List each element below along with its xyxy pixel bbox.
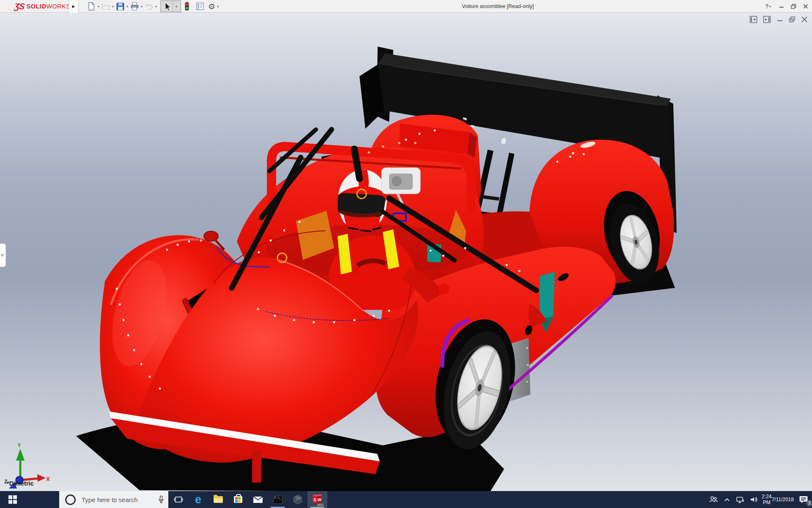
file-properties-icon [195,2,205,11]
pane-left-icon[interactable] [749,15,758,24]
triad-x-label: X [46,476,50,482]
new-document-icon [87,2,96,11]
doc-minimize-icon[interactable] [776,15,783,24]
rebuild-button[interactable] [183,1,191,12]
rebuild-traffic-light-icon [183,1,191,11]
help-button[interactable]: ? ▾ [765,3,773,10]
undo-button[interactable] [144,1,154,12]
notification-badge: 3 [806,500,812,506]
solidworks-button[interactable]: S W 2017 [307,491,327,508]
task-view-icon [174,496,183,503]
open-document-icon [101,2,110,11]
minimize-button[interactable] [779,3,785,9]
collapse-tab-dot [1,254,4,257]
taskbar-search[interactable] [59,491,168,508]
taskbar: e C:\_ S W 2017 [0,491,812,508]
window-title: Voiture assomblee [Read-only] [462,0,534,13]
select-tool-caret[interactable]: ▾ [173,1,181,12]
view-orientation-label: *Dimetric [7,480,34,487]
doc-close-icon[interactable] [801,15,808,24]
pinned-apps: e C:\_ S W 2017 [168,491,327,508]
new-caret[interactable]: ▾ [98,5,99,8]
chevron-up-icon [724,497,730,502]
open-caret[interactable]: ▾ [112,5,114,8]
clock-date: 7/11/2018 [771,497,794,502]
window-controls: ? ▾ [765,0,809,13]
graphics-area[interactable]: Y X Z *Dimetric [0,13,812,491]
microphone-icon[interactable] [158,495,164,504]
document-window-controls [749,15,808,24]
print-button[interactable] [130,1,139,12]
windows-logo-icon [8,495,17,504]
save-icon [115,2,125,11]
triad-y-label: Y [17,442,21,448]
new-document-button[interactable] [87,1,96,12]
help-caret: ▾ [769,5,771,8]
network-button[interactable] [733,491,747,508]
mail-button[interactable] [248,491,268,508]
edge-button[interactable]: e [188,491,208,508]
undo-caret[interactable]: ▾ [155,5,157,8]
close-icon [803,3,809,9]
select-tool-group: ▾ [160,0,181,12]
store-button[interactable] [228,491,248,508]
minimize-icon [779,3,785,9]
save-caret[interactable]: ▾ [126,5,128,8]
car-model-render[interactable] [0,13,812,491]
close-button[interactable] [803,3,809,9]
clock[interactable]: 2:24 PM 7/11/2018 [762,491,793,508]
save-button[interactable] [115,1,125,12]
select-tool-button[interactable] [161,1,173,12]
doc-restore-icon[interactable] [788,15,796,24]
undo-icon [144,2,154,11]
sw-year: 2017 [317,503,324,506]
open-document-button[interactable] [101,1,110,12]
edge-icon: e [195,494,201,505]
brand-works: WORKS [46,3,70,10]
command-prompt-icon: C:\_ [273,496,283,504]
print-icon [130,2,139,11]
people-icon [709,496,718,503]
command-prompt-button[interactable]: C:\_ [268,491,288,508]
sw-letter-w: W [317,496,322,503]
volume-button[interactable] [747,491,760,508]
tray-overflow-button[interactable] [721,491,733,508]
people-button[interactable] [706,491,721,508]
3d-viewer-icon [293,494,303,505]
speaker-icon [749,496,758,503]
system-tray: 2:24 PM 7/11/2018 3 [706,491,812,508]
pane-right-icon[interactable] [763,15,771,24]
select-cursor-icon [162,2,171,11]
restore-button[interactable] [790,3,797,9]
solidworks-icon: S W 2017 [312,494,323,505]
menu-flyout-button[interactable]: ▶ [69,0,79,13]
file-properties-button[interactable] [195,1,205,12]
mail-icon [253,496,263,503]
restore-icon [790,3,797,9]
search-input[interactable] [81,496,150,504]
cortana-icon [65,494,76,505]
desktop: ƷS SOLIDWORKS ▶ ▾ ▾ ▾ [0,0,812,508]
file-explorer-button[interactable] [208,491,228,508]
ds-logo-mark: ƷS [14,2,25,11]
microsoft-store-icon [234,496,242,503]
titlebar: ƷS SOLIDWORKS ▶ ▾ ▾ ▾ [0,0,812,13]
start-button[interactable] [0,491,25,508]
solidworks-logo: ƷS SOLIDWORKS [14,0,71,13]
action-center-button[interactable]: 3 [795,491,812,508]
options-caret[interactable]: ▾ [217,5,219,8]
print-caret[interactable]: ▾ [141,5,143,8]
3d-viewer-button[interactable] [288,491,307,508]
select-caret-glyph: ▾ [176,5,177,8]
brand-solid: SOLID [27,3,47,10]
quick-toolbar: ▾ ▾ ▾ ▾ [87,0,220,13]
task-view-button[interactable] [168,491,188,508]
feature-tree-collapse-tab[interactable] [0,243,6,267]
file-explorer-icon [214,496,223,503]
network-icon [736,496,744,503]
clock-time: 2:24 PM [762,494,771,505]
sw-letter-s: S [313,496,317,503]
help-label: ? [765,3,768,10]
options-button[interactable]: ⚙ [208,1,215,12]
